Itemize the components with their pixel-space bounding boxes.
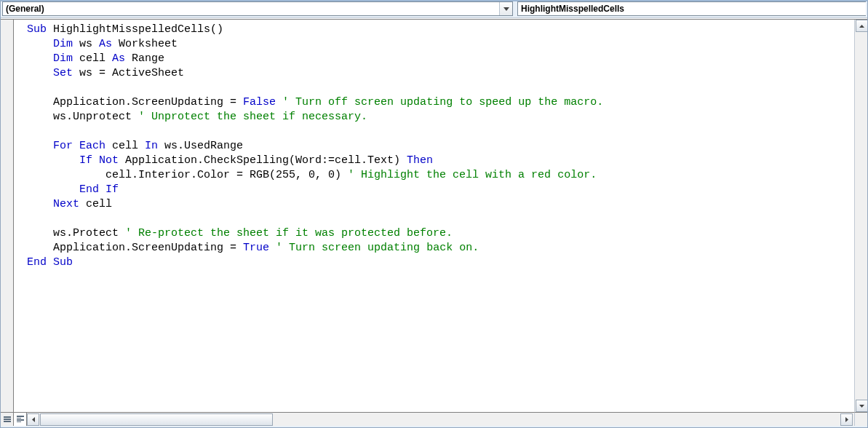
code-text[interactable]: Sub HighlightMisspelledCells() Dim ws As… bbox=[14, 20, 854, 270]
vba-code-window: (General) HighlightMisspelledCells Sub H… bbox=[0, 0, 868, 428]
svg-rect-4 bbox=[17, 418, 21, 419]
scroll-down-button[interactable] bbox=[856, 400, 868, 412]
svg-rect-0 bbox=[4, 416, 11, 418]
scroll-left-button[interactable] bbox=[27, 413, 39, 426]
horizontal-scroll-thumb[interactable] bbox=[40, 413, 273, 426]
svg-rect-1 bbox=[4, 419, 11, 420]
procedure-dropdown-value: HighlightMisspelledCells bbox=[521, 4, 624, 14]
procedure-view-button[interactable] bbox=[1, 412, 14, 426]
object-dropdown-value: (General) bbox=[6, 4, 44, 14]
full-module-view-button[interactable] bbox=[14, 412, 27, 426]
code-pane[interactable]: Sub HighlightMisspelledCells() Dim ws As… bbox=[14, 20, 854, 412]
svg-rect-2 bbox=[4, 421, 11, 422]
svg-rect-3 bbox=[17, 416, 24, 417]
scroll-right-button[interactable] bbox=[840, 413, 853, 426]
editor-area: Sub HighlightMisspelledCells() Dim ws As… bbox=[1, 20, 868, 412]
margin-indicator-bar[interactable] bbox=[1, 20, 14, 412]
procedure-dropdown[interactable]: HighlightMisspelledCells bbox=[517, 1, 866, 16]
scrollbar-corner bbox=[854, 412, 868, 426]
dropdown-row: (General) HighlightMisspelledCells bbox=[0, 0, 868, 16]
chevron-down-icon bbox=[499, 2, 512, 15]
object-dropdown[interactable]: (General) bbox=[2, 1, 513, 16]
horizontal-scrollbar[interactable] bbox=[27, 412, 854, 426]
svg-rect-5 bbox=[17, 419, 24, 421]
vertical-scrollbar[interactable] bbox=[854, 20, 868, 412]
svg-rect-6 bbox=[17, 421, 21, 422]
scroll-up-button[interactable] bbox=[856, 20, 868, 32]
bottom-row bbox=[1, 412, 868, 426]
